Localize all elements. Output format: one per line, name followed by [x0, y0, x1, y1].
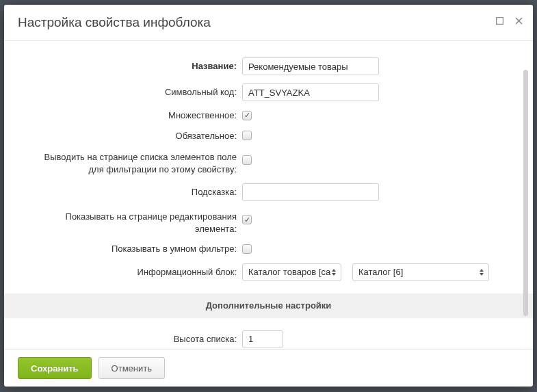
- window-controls: [495, 16, 523, 25]
- row-smart-filter: Показывать в умном фильтре:: [31, 243, 506, 255]
- scrollbar[interactable]: [523, 70, 528, 316]
- label-name: Название:: [31, 60, 242, 73]
- close-icon[interactable]: [514, 16, 523, 25]
- dialog-body[interactable]: Название: Символьный код: Множественное:…: [4, 41, 533, 349]
- dialog-footer: Сохранить Отменить: [4, 349, 533, 387]
- checkbox-required[interactable]: [242, 131, 252, 140]
- row-hint: Подсказка:: [31, 183, 506, 201]
- row-filter-on-list: Выводить на странице списка элементов по…: [31, 150, 506, 175]
- label-filter-on-list: Выводить на странице списка элементов по…: [31, 150, 242, 175]
- section-additional-title: Дополнительные настройки: [206, 300, 332, 311]
- label-show-on-edit: Показывать на странице редактирования эл…: [31, 209, 242, 235]
- dialog-title: Настройка свойства инфоблока: [18, 15, 211, 30]
- row-show-on-edit: Показывать на странице редактирования эл…: [31, 209, 506, 235]
- maximize-icon[interactable]: [495, 16, 504, 25]
- input-hint[interactable]: [242, 183, 379, 201]
- svg-rect-0: [496, 17, 503, 24]
- chevron-updown-icon: [330, 266, 338, 278]
- title-bar: Настройка свойства инфоблока: [4, 5, 533, 41]
- select-iblock-type-value: Каталог товаров [ca: [248, 267, 330, 277]
- label-code: Символьный код:: [31, 86, 242, 99]
- checkbox-smart-filter[interactable]: [242, 244, 252, 254]
- row-iblock: Информационный блок: Каталог товаров [ca…: [31, 263, 506, 281]
- input-code[interactable]: [242, 83, 379, 101]
- row-multiple: Множественное:: [31, 109, 506, 122]
- input-list-height[interactable]: [242, 330, 283, 348]
- label-iblock: Информационный блок:: [31, 266, 242, 278]
- chevron-updown-icon: [477, 266, 486, 278]
- row-name: Название:: [31, 57, 506, 75]
- label-list-height: Высота списка:: [31, 333, 242, 345]
- checkbox-filter-on-list[interactable]: [242, 155, 252, 165]
- select-iblock[interactable]: Каталог [6]: [352, 263, 489, 281]
- cancel-button[interactable]: Отменить: [99, 357, 165, 379]
- select-iblock-value: Каталог [6]: [358, 267, 403, 277]
- label-required: Обязательное:: [31, 130, 242, 142]
- label-smart-filter: Показывать в умном фильтре:: [31, 243, 242, 255]
- select-iblock-type[interactable]: Каталог товаров [ca: [242, 263, 341, 281]
- input-name[interactable]: [242, 57, 379, 75]
- checkbox-show-on-edit[interactable]: [242, 215, 252, 224]
- row-required: Обязательное:: [31, 130, 506, 142]
- label-multiple: Множественное:: [31, 109, 242, 122]
- checkbox-multiple[interactable]: [242, 111, 252, 120]
- row-list-height: Высота списка:: [31, 330, 506, 348]
- label-hint: Подсказка:: [31, 186, 242, 198]
- dialog-window: Настройка свойства инфоблока Название: С…: [4, 5, 533, 387]
- section-additional: Дополнительные настройки: [4, 293, 533, 318]
- row-code: Символьный код:: [31, 83, 506, 101]
- save-button[interactable]: Сохранить: [18, 357, 92, 379]
